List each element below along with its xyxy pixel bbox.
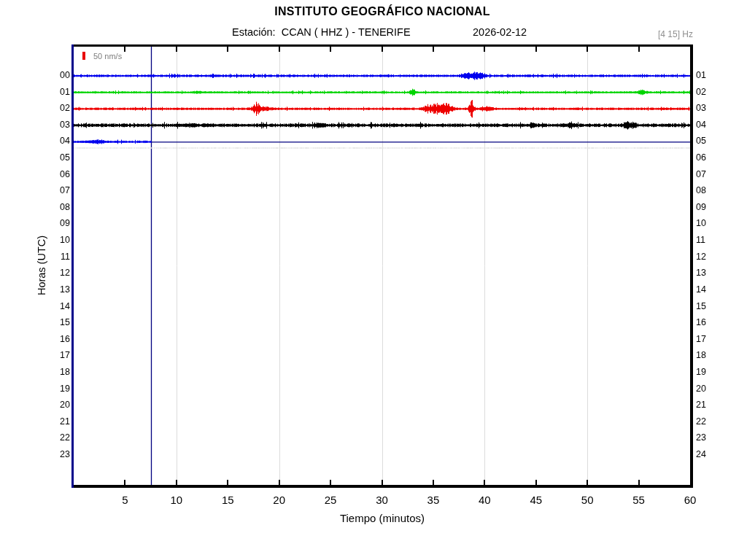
minute-tick-label: 50	[571, 494, 603, 506]
hour-label-left: 05	[42, 152, 70, 163]
minute-tick-label: 60	[674, 494, 706, 506]
page-title: INSTITUTO GEOGRÁFICO NACIONAL	[71, 5, 693, 18]
hour-label-left: 22	[42, 432, 70, 443]
hour-label-left: 12	[42, 268, 70, 279]
hour-label-right: 19	[696, 367, 706, 378]
station-label: Estación: CCAN ( HHZ ) - TENERIFE	[232, 26, 411, 38]
hour-label-right: 04	[696, 120, 706, 131]
hour-label-right: 21	[696, 400, 706, 411]
hour-label-left: 10	[42, 235, 70, 246]
hour-label-left: 23	[42, 449, 70, 460]
hour-label-right: 22	[696, 416, 706, 427]
minute-tick-label: 15	[212, 494, 244, 506]
minute-tick-label: 30	[366, 494, 398, 506]
hour-label-left: 06	[42, 169, 70, 180]
hour-label-right: 20	[696, 384, 706, 394]
hour-label-left: 07	[42, 185, 70, 196]
hour-label-right: 12	[696, 252, 706, 262]
helicorder-plot-canvas	[0, 0, 747, 560]
hour-label-right: 18	[696, 350, 706, 361]
hour-label-left: 21	[42, 416, 70, 427]
hour-label-right: 11	[696, 235, 705, 246]
date-label: 2026-02-12	[473, 26, 527, 38]
scale-bar-icon	[82, 52, 85, 60]
hour-label-left: 09	[42, 218, 70, 229]
hour-label-right: 16	[696, 317, 706, 328]
hour-label-right: 03	[696, 103, 706, 114]
hour-label-right: 17	[696, 334, 706, 345]
hour-label-left: 11	[42, 252, 70, 262]
hour-label-right: 14	[696, 284, 706, 295]
hour-label-left: 04	[42, 136, 70, 147]
hour-label-left: 20	[42, 400, 70, 411]
hour-label-right: 24	[696, 449, 706, 460]
hour-label-left: 14	[42, 301, 70, 312]
minute-tick-label: 20	[263, 494, 295, 506]
x-axis-label: Tiempo (minutos)	[71, 512, 693, 524]
minute-tick-label: 45	[520, 494, 552, 506]
hour-label-left: 15	[42, 317, 70, 328]
hour-label-left: 02	[42, 103, 70, 114]
hour-label-right: 08	[696, 185, 706, 196]
minute-tick-label: 55	[623, 494, 655, 506]
hour-label-right: 06	[696, 152, 706, 163]
hour-label-left: 13	[42, 284, 70, 295]
minute-tick-label: 40	[468, 494, 500, 506]
scale-bar-label: 50 nm/s	[93, 52, 122, 61]
hour-label-left: 17	[42, 350, 70, 361]
minute-tick-label: 5	[109, 494, 141, 506]
hour-label-left: 08	[42, 202, 70, 213]
hour-label-right: 09	[696, 202, 706, 213]
hour-label-left: 19	[42, 384, 70, 394]
helicorder-page: INSTITUTO GEOGRÁFICO NACIONAL Estación: …	[0, 0, 747, 560]
minute-tick-label: 10	[160, 494, 193, 506]
hour-label-right: 13	[696, 268, 706, 279]
hour-label-right: 02	[696, 87, 706, 98]
hour-label-right: 15	[696, 301, 706, 312]
hour-label-left: 00	[42, 70, 70, 81]
hour-label-left: 03	[42, 120, 70, 131]
minute-tick-label: 25	[314, 494, 347, 506]
hour-label-right: 05	[696, 136, 706, 147]
minute-tick-label: 35	[417, 494, 449, 506]
hour-label-left: 01	[42, 87, 70, 98]
filter-band-label: [4 15] Hz	[658, 29, 693, 39]
hour-label-left: 16	[42, 334, 70, 345]
hour-label-right: 07	[696, 169, 706, 180]
hour-label-left: 18	[42, 367, 70, 378]
hour-label-right: 23	[696, 432, 706, 443]
hour-label-right: 01	[696, 70, 706, 81]
hour-label-right: 10	[696, 218, 706, 229]
